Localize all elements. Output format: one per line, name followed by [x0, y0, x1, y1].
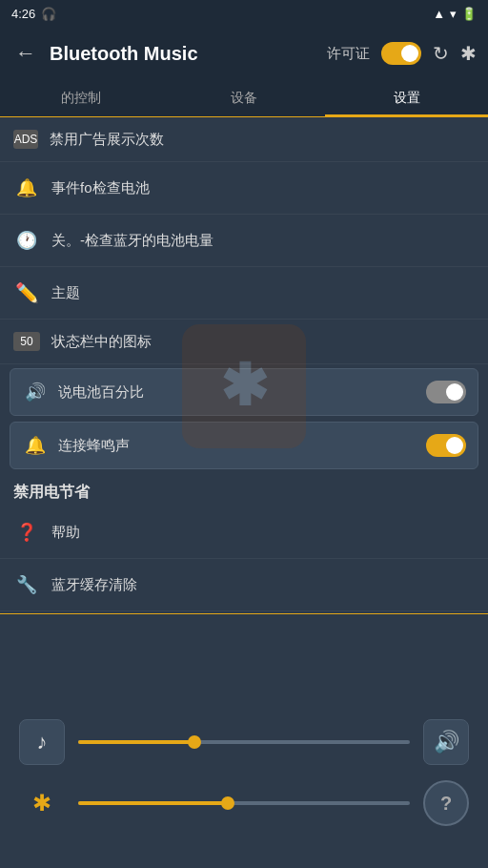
menu-item-statusbar-icon[interactable]: 50 状态栏中的图标	[0, 320, 488, 364]
menu-item-help[interactable]: ❓ 帮助	[0, 506, 488, 559]
help-label: 帮助	[51, 524, 475, 542]
status-time: 4:26	[11, 7, 35, 21]
bt-thumb[interactable]	[221, 796, 234, 810]
connect-beep-label: 连接蜂鸣声	[58, 437, 417, 455]
bell2-icon: 🔔	[22, 432, 49, 459]
header-actions: 许可证 ↻ ✱	[327, 42, 477, 65]
tab-controls[interactable]: 的控制	[0, 80, 163, 116]
speak-battery-label: 说电池百分比	[58, 383, 417, 402]
speak-battery-knob	[446, 383, 463, 401]
bottom-player: ♪ 🔊 ✱ ?	[0, 677, 488, 868]
tab-settings[interactable]: 设置	[325, 80, 488, 116]
connect-beep-knob	[446, 437, 463, 454]
settings-content: ADS 禁用广告展示次数 🔔 事件fo检查电池 🕐 关。-检查蓝牙的电池电量 ✏…	[0, 117, 488, 613]
statusbar-icon-label: 状态栏中的图标	[51, 333, 475, 351]
page-title: Bluetooth Music	[50, 43, 317, 65]
bluetooth-row: ✱ ?	[19, 780, 469, 826]
menu-item-cache-clear[interactable]: 🔧 蓝牙缓存清除	[0, 559, 488, 611]
volume-button[interactable]: 🔊	[423, 719, 469, 765]
menu-item-theme[interactable]: ✏️ 主题	[0, 267, 488, 320]
permission-label: 许可证	[327, 45, 370, 63]
help-button[interactable]: ?	[423, 780, 469, 826]
power-save-section: 禁用电节省	[0, 473, 488, 506]
refresh-icon[interactable]: ↻	[433, 42, 449, 65]
ads-label: 禁用广告展示次数	[50, 131, 475, 149]
bluetooth-player-icon: ✱	[19, 790, 65, 816]
volume-icon: 🔊	[434, 730, 459, 754]
app-header: ← Bluetooth Music 许可证 ↻ ✱	[0, 27, 488, 80]
menu-item-battery-info[interactable]: 🕐 关。-检查蓝牙的电池电量	[0, 215, 488, 267]
wrench-icon: 🔧	[13, 571, 40, 598]
volume-fill	[78, 740, 194, 744]
bt-slider[interactable]	[78, 801, 410, 805]
section-divider	[0, 613, 488, 614]
menu-item-ads[interactable]: ADS 禁用广告展示次数	[0, 117, 488, 162]
battery-info-label: 关。-检查蓝牙的电池电量	[51, 232, 475, 250]
tab-bar: 的控制 设备 设置	[0, 80, 488, 117]
status-bar: 4:26 🎧 ▲ ▾ 🔋	[0, 0, 488, 27]
bt-fill	[78, 801, 228, 805]
back-button[interactable]: ←	[11, 37, 40, 70]
music-note-icon: ♪	[37, 730, 48, 754]
clock-icon: 🕐	[13, 227, 40, 254]
toggle-knob	[401, 45, 418, 62]
speaker-icon: 🔊	[22, 379, 49, 405]
theme-icon: ✏️	[13, 279, 40, 306]
music-note-button[interactable]: ♪	[19, 719, 65, 765]
bell-icon: 🔔	[13, 175, 40, 201]
toggle-connect-beep[interactable]: 🔔 连接蜂鸣声	[10, 422, 478, 469]
toggle-speak-battery[interactable]: 🔊 说电池百分比	[10, 368, 478, 416]
status-right: ▲ ▾ 🔋	[433, 7, 477, 21]
volume-slider[interactable]	[78, 740, 410, 744]
connect-beep-toggle[interactable]	[426, 434, 466, 457]
theme-label: 主题	[51, 284, 475, 302]
ads-icon: ADS	[13, 130, 38, 149]
help-icon: ❓	[13, 519, 40, 546]
battery-icon: 🔋	[461, 7, 477, 21]
status-left: 4:26 🎧	[11, 7, 56, 21]
permission-toggle[interactable]	[381, 42, 421, 65]
volume-thumb[interactable]	[188, 735, 201, 749]
signal-icon: ▲	[433, 7, 445, 21]
bluetooth-header-icon[interactable]: ✱	[460, 42, 477, 65]
volume-row: ♪ 🔊	[19, 719, 469, 765]
speak-battery-toggle[interactable]	[426, 381, 466, 403]
battery-check-label: 事件fo检查电池	[51, 179, 475, 197]
cache-clear-label: 蓝牙缓存清除	[51, 576, 475, 594]
tab-devices[interactable]: 设备	[163, 80, 326, 116]
headphones-icon: 🎧	[41, 7, 56, 21]
statusbar-icon: 50	[13, 332, 40, 351]
menu-item-battery-check[interactable]: 🔔 事件fo检查电池	[0, 162, 488, 215]
wifi-icon: ▾	[450, 7, 457, 21]
help-circle-icon: ?	[440, 793, 452, 815]
